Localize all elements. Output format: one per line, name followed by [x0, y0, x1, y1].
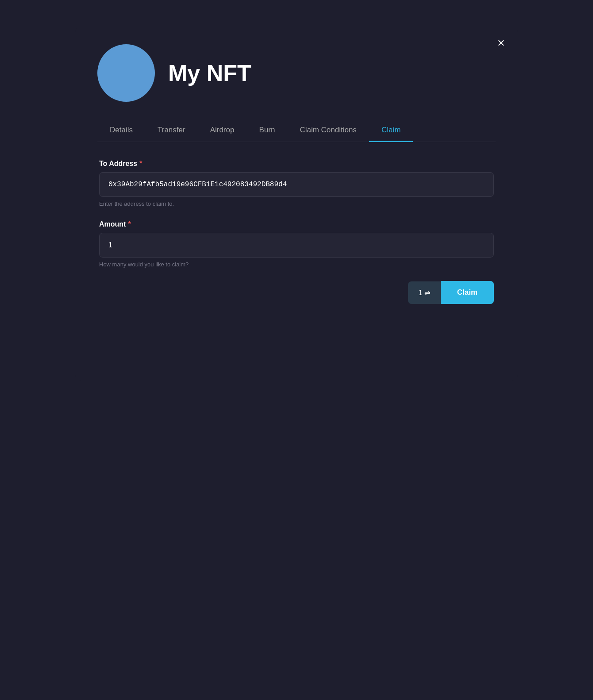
tab-airdrop[interactable]: Airdrop	[198, 119, 247, 142]
amount-group: Amount * How many would you like to clai…	[99, 220, 494, 268]
amount-label: Amount *	[99, 220, 494, 228]
modal-container: ✕ My NFT Details Transfer Airdrop Burn C…	[75, 27, 518, 381]
cost-badge-text: 1 ⇌	[419, 288, 430, 297]
amount-hint: How many would you like to claim?	[99, 261, 494, 268]
modal-header: My NFT	[97, 44, 496, 102]
modal-title: My NFT	[168, 60, 251, 86]
modal-overlay: ✕ My NFT Details Transfer Airdrop Burn C…	[0, 0, 593, 700]
tab-claim-conditions[interactable]: Claim Conditions	[287, 119, 369, 142]
required-star-address: *	[139, 160, 142, 168]
to-address-group: To Address * Enter the address to claim …	[99, 160, 494, 207]
tab-details[interactable]: Details	[97, 119, 145, 142]
to-address-hint: Enter the address to claim to.	[99, 200, 494, 207]
to-address-label: To Address *	[99, 160, 494, 168]
form-section: To Address * Enter the address to claim …	[97, 160, 496, 304]
action-row: 1 ⇌ Claim	[99, 281, 494, 304]
required-star-amount: *	[128, 220, 131, 228]
tabs-container: Details Transfer Airdrop Burn Claim Cond…	[97, 119, 496, 142]
tab-burn[interactable]: Burn	[246, 119, 287, 142]
claim-button[interactable]: Claim	[441, 281, 494, 304]
tab-list: Details Transfer Airdrop Burn Claim Cond…	[97, 119, 496, 142]
cost-badge: 1 ⇌	[408, 281, 441, 304]
tab-transfer[interactable]: Transfer	[145, 119, 198, 142]
avatar	[97, 44, 155, 102]
to-address-input[interactable]	[99, 172, 494, 197]
amount-input[interactable]	[99, 233, 494, 258]
tab-claim[interactable]: Claim	[369, 119, 413, 142]
close-button[interactable]: ✕	[493, 35, 509, 51]
close-icon: ✕	[497, 38, 505, 49]
